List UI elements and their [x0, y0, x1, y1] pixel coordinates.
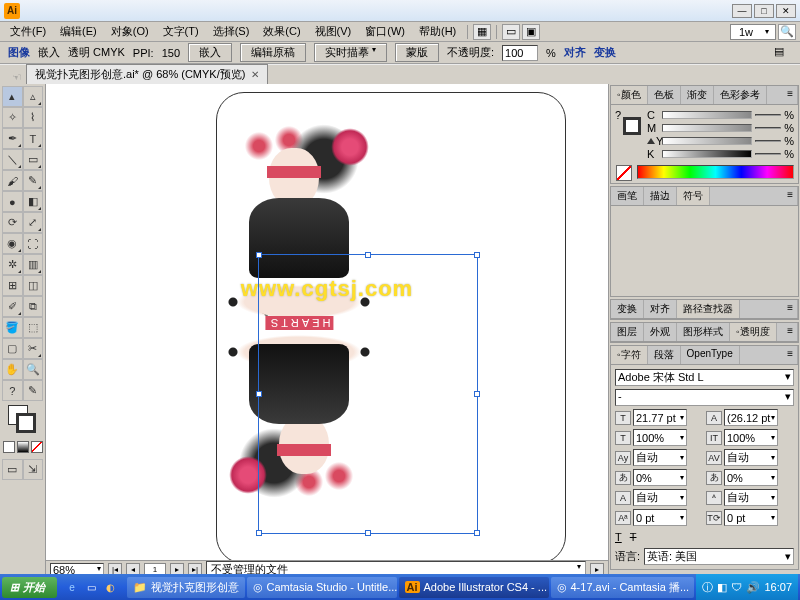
- stroke-indicator[interactable]: [623, 117, 641, 135]
- pencil-tool[interactable]: ✎: [23, 170, 44, 191]
- tracking-field[interactable]: 自动▾: [724, 449, 778, 466]
- font-size-field[interactable]: 21.77 pt▾: [633, 409, 687, 426]
- control-align[interactable]: 对齐: [564, 45, 586, 60]
- menu-edit[interactable]: 编辑(E): [54, 22, 103, 41]
- opacity-field[interactable]: 100: [502, 45, 538, 61]
- arrange-doc-icon[interactable]: ▭: [502, 24, 520, 40]
- tab-brushes[interactable]: 画笔: [611, 187, 644, 205]
- mask-button[interactable]: 蒙版: [395, 43, 439, 62]
- color-mode-swatch[interactable]: [3, 441, 15, 453]
- zoom-tool[interactable]: 🔍: [23, 359, 44, 380]
- tab-opentype[interactable]: OpenType: [681, 346, 740, 364]
- panel-menu-icon[interactable]: ≡: [783, 300, 798, 318]
- free-transform-tool[interactable]: ⛶: [23, 233, 44, 254]
- baseline-a-field[interactable]: 0%▾: [633, 469, 687, 486]
- tab-swatches[interactable]: 色板: [648, 86, 681, 104]
- menu-select[interactable]: 选择(S): [207, 22, 256, 41]
- menu-file[interactable]: 文件(F): [4, 22, 52, 41]
- none-mode-swatch[interactable]: [31, 441, 43, 453]
- bridge-icon[interactable]: ▦: [473, 24, 491, 40]
- font-style-select[interactable]: -▾: [615, 389, 794, 406]
- tab-align[interactable]: 对齐: [644, 300, 677, 318]
- yellow-slider[interactable]: [662, 137, 752, 145]
- blob-brush-tool[interactable]: ●: [2, 191, 23, 212]
- rotate-tool[interactable]: ⟳: [2, 212, 23, 233]
- cyan-slider[interactable]: [662, 111, 752, 119]
- language-select[interactable]: 英语: 美国▾: [644, 548, 794, 565]
- menu-help[interactable]: 帮助(H): [413, 22, 462, 41]
- cyan-value[interactable]: [755, 114, 781, 116]
- font-family-select[interactable]: Adobe 宋体 Std L▾: [615, 369, 794, 386]
- menu-view[interactable]: 视图(V): [309, 22, 358, 41]
- tab-layers[interactable]: 图层: [611, 323, 644, 341]
- control-extras-icon[interactable]: ▤: [774, 45, 792, 61]
- paintbrush-tool[interactable]: 🖌: [2, 170, 23, 191]
- menu-window[interactable]: 窗口(W): [359, 22, 411, 41]
- tab-gradient[interactable]: 渐变: [681, 86, 714, 104]
- artboard-tool[interactable]: ▢: [2, 338, 23, 359]
- spectrum-bar[interactable]: [637, 165, 794, 179]
- leading-field[interactable]: (26.12 pt▾: [724, 409, 778, 426]
- screen-normal-icon[interactable]: ▭: [2, 459, 23, 480]
- kerning-field[interactable]: 自动▾: [633, 449, 687, 466]
- shift-a-field[interactable]: 0 pt▾: [633, 509, 687, 526]
- start-button[interactable]: ⊞开始: [2, 577, 57, 598]
- clock[interactable]: 16:07: [764, 581, 792, 593]
- screen-change-icon[interactable]: ⇲: [23, 459, 44, 480]
- tab-color-guide[interactable]: 色彩参考: [714, 86, 767, 104]
- system-tray[interactable]: ⓘ ◧ 🛡 🔊 16:07: [696, 574, 798, 600]
- task-folder[interactable]: 📁视觉扑克图形创意: [127, 577, 245, 598]
- tab-transparency[interactable]: ◦透明度: [730, 323, 777, 341]
- tab-graphic-styles[interactable]: 图形样式: [677, 323, 730, 341]
- lasso-tool[interactable]: ⌇: [23, 107, 44, 128]
- task-camtasia-player[interactable]: ◎4-17.avi - Camtasia 播...: [551, 577, 695, 598]
- menu-type[interactable]: 文字(T): [157, 22, 205, 41]
- warp-tool[interactable]: ◉: [2, 233, 23, 254]
- direct-selection-tool[interactable]: ▵: [23, 86, 44, 107]
- none-color-swatch[interactable]: [616, 165, 632, 181]
- live-paint-select-tool[interactable]: ⬚: [23, 317, 44, 338]
- ql-media-icon[interactable]: ◐: [101, 578, 119, 596]
- tray-icon[interactable]: ◧: [717, 581, 727, 594]
- kern-a-field[interactable]: 自动▾: [633, 489, 687, 506]
- graph-tool[interactable]: ▥: [23, 254, 44, 275]
- tray-icon[interactable]: ⓘ: [702, 580, 713, 595]
- task-camtasia-studio[interactable]: ◎Camtasia Studio - Untitle...: [247, 577, 397, 598]
- ql-ie-icon[interactable]: e: [63, 578, 81, 596]
- underline-toggle[interactable]: T: [615, 531, 622, 543]
- search-icon[interactable]: 🔍: [778, 24, 796, 40]
- document-tab[interactable]: 视觉扑克图形创意.ai* @ 68% (CMYK/预览) ✕: [26, 64, 268, 84]
- strikethrough-toggle[interactable]: T: [630, 531, 637, 543]
- hand-tool[interactable]: ✋: [2, 359, 23, 380]
- panel-menu-icon[interactable]: ≡: [783, 86, 798, 104]
- black-value[interactable]: [755, 153, 781, 155]
- panel-menu-icon[interactable]: ≡: [783, 346, 798, 364]
- stroke-swatch[interactable]: [16, 413, 36, 433]
- ql-desktop-icon[interactable]: ▭: [82, 578, 100, 596]
- panel-menu-icon[interactable]: ≡: [783, 323, 798, 341]
- tab-appearance[interactable]: 外观: [644, 323, 677, 341]
- embed-button[interactable]: 嵌入: [188, 43, 232, 62]
- selection-bounding-box[interactable]: [258, 254, 478, 534]
- yellow-value[interactable]: [755, 140, 781, 142]
- tab-symbols[interactable]: 符号: [677, 187, 710, 205]
- scale-tool[interactable]: ⤢: [23, 212, 44, 233]
- fill-stroke-control[interactable]: [8, 405, 38, 435]
- edit-original-button[interactable]: 编辑原稿: [240, 43, 306, 62]
- eraser-tool[interactable]: ◧: [23, 191, 44, 212]
- live-paint-tool[interactable]: 🪣: [2, 317, 23, 338]
- menu-object[interactable]: 对象(O): [105, 22, 155, 41]
- tab-pathfinder[interactable]: 路径查找器: [677, 300, 740, 318]
- tab-close-icon[interactable]: ✕: [251, 69, 259, 80]
- menu-effect[interactable]: 效果(C): [257, 22, 306, 41]
- tray-icon[interactable]: 🔊: [746, 581, 760, 594]
- baseline-b-field[interactable]: 0%▾: [724, 469, 778, 486]
- type-tool[interactable]: T: [23, 128, 44, 149]
- rectangle-tool[interactable]: ▭: [23, 149, 44, 170]
- close-button[interactable]: ✕: [776, 4, 796, 18]
- canvas[interactable]: Q QUEEN HEARTS www.cgtsj.com: [46, 84, 608, 560]
- tray-icon[interactable]: 🛡: [731, 581, 742, 593]
- eyedropper-tool[interactable]: ✐: [2, 296, 23, 317]
- pen-tool[interactable]: ✒: [2, 128, 23, 149]
- magic-wand-tool[interactable]: ✧: [2, 107, 23, 128]
